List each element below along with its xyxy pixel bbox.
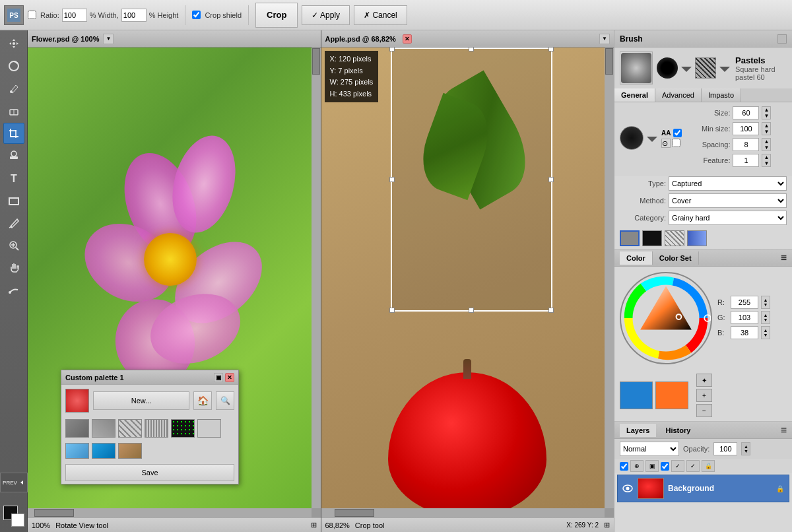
color-panel-btn[interactable]: ≡ [781, 252, 787, 264]
palette-brush-4[interactable] [145, 419, 168, 438]
apple-scroll-v[interactable] [605, 48, 614, 508]
pen-tool[interactable] [3, 213, 24, 234]
flower-scroll-v[interactable] [312, 48, 321, 508]
spacing-spinner[interactable]: ▲▼ [762, 138, 771, 151]
method-select[interactable]: Cover [669, 193, 787, 208]
layer-icon-4[interactable]: ✓ [686, 460, 700, 472]
palette-brush-3[interactable] [118, 419, 142, 438]
palette-home-button[interactable]: 🏠 [193, 391, 212, 410]
layer-icon-1[interactable]: ⊕ [630, 460, 644, 472]
prev-tool-button[interactable]: PREV [0, 473, 28, 492]
apply-button[interactable]: ✓ Apply [302, 5, 350, 25]
brush-tab-advanced[interactable]: Advanced [655, 88, 702, 102]
smudge-tool[interactable] [3, 280, 24, 301]
crop-shield-checkbox[interactable] [192, 11, 201, 19]
hand-tool[interactable] [3, 257, 24, 279]
color-swatch-orange[interactable] [655, 382, 688, 409]
opacity-value[interactable]: 100 [713, 442, 737, 455]
palette-color-3[interactable] [118, 443, 142, 459]
rotate-view-tool[interactable] [3, 55, 24, 77]
opacity-spinner[interactable]: ▲▼ [741, 442, 750, 455]
apple-scroll-thumb-h[interactable] [335, 509, 374, 517]
crop-tool-button[interactable]: Crop [255, 3, 298, 28]
palette-brush-5[interactable] [171, 419, 195, 438]
cancel-button[interactable]: ✗ Cancel [354, 5, 407, 25]
b-input[interactable]: 38 [731, 326, 758, 339]
ratio-checkbox[interactable] [28, 11, 36, 19]
aa-checkbox[interactable] [673, 129, 682, 137]
shape-tool[interactable] [3, 190, 24, 211]
crop-handle-br[interactable] [548, 308, 554, 313]
palette-brush-2[interactable] [92, 419, 116, 438]
type-select[interactable]: Captured [669, 176, 787, 191]
size-value[interactable]: 60 [733, 106, 759, 119]
brush-expand-btn[interactable] [777, 34, 787, 44]
crop-handle-mr[interactable] [548, 177, 554, 182]
layer-icon-2[interactable]: ▣ [645, 460, 659, 472]
text-tool[interactable]: T [3, 168, 24, 189]
color-tab-color[interactable]: Color [620, 251, 653, 265]
layer-check-2[interactable] [661, 462, 669, 471]
palette-search-button[interactable]: 🔍 [216, 391, 234, 410]
stamp-tool[interactable] [3, 145, 24, 166]
apple-panel-button[interactable]: ▼ [599, 34, 610, 44]
preset-4[interactable] [687, 230, 707, 246]
layer-background[interactable]: Background 🔒 [617, 475, 789, 502]
move-tool[interactable] [3, 33, 24, 54]
feature-spinner[interactable]: ▲▼ [762, 154, 771, 167]
layer-mode-select[interactable]: Normal [620, 442, 679, 456]
feature-value[interactable]: 1 [733, 154, 759, 167]
flower-scroll-thumb-h[interactable] [34, 509, 74, 517]
layer-icon-3[interactable]: ✓ [671, 460, 684, 472]
ratio-input[interactable] [62, 9, 87, 22]
crop-handle-tm[interactable] [469, 48, 474, 51]
brush-options-arrow[interactable] [680, 61, 693, 75]
apple-canvas-content[interactable]: X: 120 pixels Y: 7 pixels W: 275 pixels … [321, 48, 614, 517]
minsize-spinner[interactable]: ▲▼ [762, 122, 771, 135]
r-spinner[interactable]: ▲▼ [761, 296, 770, 309]
r-input[interactable]: 255 [731, 296, 758, 309]
preset-3[interactable] [665, 230, 684, 246]
crop-handle-bl[interactable] [389, 308, 395, 313]
layers-tab-history[interactable]: History [659, 424, 697, 437]
crop-handle-bm[interactable] [469, 308, 474, 313]
crop-overlay[interactable] [391, 48, 552, 312]
palette-brush-1[interactable] [65, 419, 89, 438]
color-add-btn[interactable]: + [696, 389, 712, 402]
preset-1[interactable] [620, 230, 640, 246]
palette-close-button[interactable]: ✕ [225, 373, 234, 382]
preset-2[interactable] [642, 230, 662, 246]
layer-eye-icon[interactable] [622, 482, 634, 494]
apple-close-button[interactable]: ✕ [403, 34, 412, 44]
layer-check-1[interactable] [620, 462, 628, 471]
brush-tab-general[interactable]: General [614, 88, 655, 102]
width-input[interactable] [121, 9, 147, 22]
palette-save-button[interactable]: Save [65, 464, 234, 481]
layers-tab-layers[interactable]: Layers [620, 424, 656, 437]
g-input[interactable]: 103 [731, 311, 758, 324]
circle-checkbox[interactable] [672, 139, 680, 147]
brush-tool[interactable] [3, 78, 24, 99]
crop-tool[interactable] [3, 123, 24, 144]
brush-texture-arrow[interactable] [718, 61, 731, 75]
palette-new-button[interactable]: New... [93, 391, 189, 410]
apple-scroll-thumb-v[interactable] [605, 48, 613, 75]
palette-brush-6[interactable] [197, 419, 221, 438]
apple-scroll-h[interactable] [321, 508, 605, 517]
size-arrow[interactable] [645, 131, 659, 145]
flower-scroll-thumb-v[interactable] [312, 48, 320, 75]
category-select[interactable]: Grainy hard [669, 211, 787, 225]
zoom-tool[interactable] [3, 235, 24, 256]
color-remove-btn[interactable]: − [696, 404, 712, 417]
crop-handle-ml[interactable] [389, 177, 395, 182]
flower-scroll-h[interactable] [28, 508, 312, 517]
flower-panel-button[interactable]: ▼ [103, 34, 114, 44]
b-spinner[interactable]: ▲▼ [761, 326, 770, 339]
palette-color-2[interactable] [92, 443, 116, 459]
color-tab-colorset[interactable]: Color Set [653, 251, 699, 265]
color-pick-btn[interactable]: ✦ [696, 374, 712, 387]
minsize-value[interactable]: 100 [733, 122, 759, 135]
eraser-tool[interactable] [3, 100, 24, 121]
spacing-value[interactable]: 8 [733, 138, 759, 151]
g-spinner[interactable]: ▲▼ [761, 311, 770, 324]
